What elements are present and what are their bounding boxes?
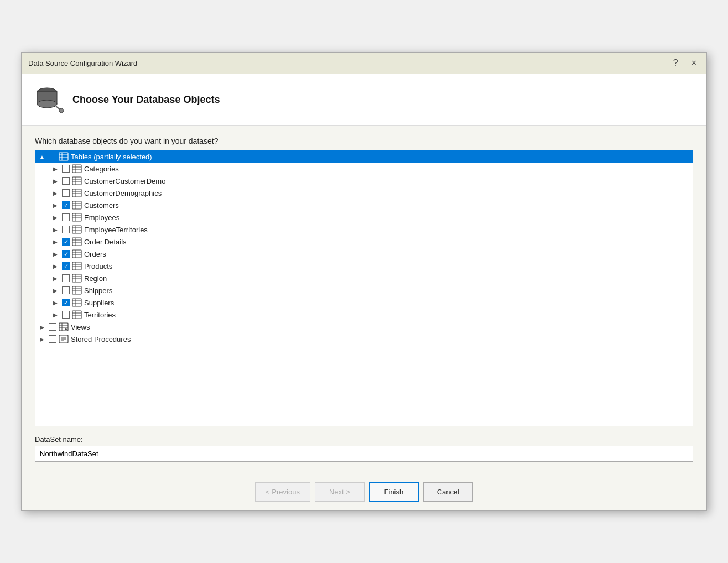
svg-rect-37: [72, 250, 81, 258]
item-label-storedprocedures: Stored Procedures: [71, 335, 131, 343]
dataset-label: DataSet name:: [35, 435, 693, 444]
dialog-window: Data Source Configuration Wizard ? × Cho…: [21, 52, 707, 511]
title-bar: Data Source Configuration Wizard ? ×: [22, 53, 706, 74]
type-icon-customerdemographics: [72, 189, 82, 197]
expander-customers[interactable]: ▶: [51, 201, 60, 210]
type-icon-employeeterritories: [72, 225, 82, 234]
svg-rect-17: [72, 189, 81, 197]
previous-button[interactable]: < Previous: [255, 482, 310, 502]
checkbox-suppliers[interactable]: ✓: [62, 299, 70, 306]
svg-rect-5: [59, 153, 68, 160]
item-label-employeeterritories: EmployeeTerritories: [84, 226, 148, 234]
tree-item-tables[interactable]: ▲− Tables (partially selected): [35, 150, 693, 163]
next-button[interactable]: Next >: [315, 482, 365, 502]
checkbox-region[interactable]: [62, 274, 70, 282]
svg-rect-41: [72, 262, 81, 270]
expander-shippers[interactable]: ▶: [51, 286, 60, 295]
tree-item-storedprocedures[interactable]: ▶ Stored Procedures: [35, 333, 693, 345]
item-label-customercustomerdemo: CustomerCustomerDemo: [84, 177, 165, 185]
checkbox-customerdemographics[interactable]: [62, 189, 70, 197]
dialog-title: Data Source Configuration Wizard: [28, 59, 137, 67]
tree-item-categories[interactable]: ▶ Categories: [35, 163, 693, 175]
checkbox-customercustomerdemo[interactable]: [62, 177, 70, 185]
expander-views[interactable]: ▶: [38, 322, 46, 331]
expander-orderdetails[interactable]: ▶: [51, 237, 60, 246]
svg-rect-57: [72, 311, 81, 319]
cancel-button[interactable]: Cancel: [423, 482, 473, 502]
svg-rect-53: [72, 299, 81, 306]
svg-rect-13: [72, 177, 81, 185]
expander-suppliers[interactable]: ▶: [51, 298, 60, 307]
checkbox-orderdetails[interactable]: ✓: [62, 238, 70, 246]
item-label-shippers: Shippers: [84, 286, 112, 295]
expander-region[interactable]: ▶: [51, 274, 60, 283]
header-area: Choose Your Database Objects: [22, 74, 706, 126]
tree-item-shippers[interactable]: ▶ Shippers: [35, 284, 693, 296]
database-icon: [35, 85, 64, 114]
type-icon-categories: [72, 164, 82, 173]
checkbox-shippers[interactable]: [62, 286, 70, 294]
checkbox-products[interactable]: ✓: [62, 262, 70, 270]
tree-container[interactable]: ▲− Tables (partially selected)▶ Categori…: [35, 150, 693, 426]
expander-storedprocedures[interactable]: ▶: [38, 335, 46, 343]
type-icon-suppliers: [72, 298, 82, 307]
checkbox-territories[interactable]: [62, 311, 70, 319]
checkbox-storedprocedures[interactable]: [49, 335, 56, 343]
expander-orders[interactable]: ▶: [51, 249, 60, 258]
type-icon-views: [59, 322, 69, 331]
checkbox-employees[interactable]: [62, 213, 70, 221]
tree-item-employees[interactable]: ▶ Employees: [35, 211, 693, 223]
svg-rect-49: [72, 286, 81, 294]
tree-item-suppliers[interactable]: ▶✓ Suppliers: [35, 296, 693, 309]
type-icon-territories: [72, 310, 82, 319]
svg-point-65: [65, 328, 67, 330]
tree-item-employeeterritories[interactable]: ▶ EmployeeTerritories: [35, 223, 693, 236]
expander-territories[interactable]: ▶: [51, 310, 60, 319]
tree-item-region[interactable]: ▶ Region: [35, 272, 693, 284]
tree-item-customercustomerdemo[interactable]: ▶ CustomerCustomerDemo: [35, 175, 693, 187]
item-label-tables: Tables (partially selected): [71, 153, 152, 161]
tree-item-territories[interactable]: ▶ Territories: [35, 309, 693, 321]
help-button[interactable]: ?: [670, 57, 682, 69]
expander-tables[interactable]: ▲: [38, 152, 46, 161]
dataset-section: DataSet name:: [35, 435, 693, 462]
tree-item-customers[interactable]: ▶✓ Customers: [35, 199, 693, 211]
checkbox-customers[interactable]: ✓: [62, 201, 70, 209]
type-icon-tables: [59, 152, 69, 161]
svg-rect-9: [72, 165, 81, 173]
tree-item-orderdetails[interactable]: ▶✓ Order Details: [35, 236, 693, 248]
close-button[interactable]: ×: [688, 57, 700, 69]
expander-customerdemographics[interactable]: ▶: [51, 189, 60, 197]
finish-button[interactable]: Finish: [369, 482, 419, 502]
checkbox-categories[interactable]: [62, 165, 70, 173]
checkbox-views[interactable]: [49, 323, 56, 331]
item-label-orders: Orders: [84, 250, 106, 258]
type-icon-products: [72, 262, 82, 270]
tree-item-customerdemographics[interactable]: ▶ CustomerDemographics: [35, 187, 693, 199]
header-title: Choose Your Database Objects: [72, 94, 220, 106]
type-icon-shippers: [72, 286, 82, 295]
type-icon-storedprocedures: [59, 335, 69, 343]
checkbox-employeeterritories[interactable]: [62, 226, 70, 233]
expander-employees[interactable]: ▶: [51, 213, 60, 222]
expander-categories[interactable]: ▶: [51, 164, 60, 173]
dataset-name-input[interactable]: [35, 446, 693, 462]
svg-point-4: [59, 108, 64, 113]
expander-employeeterritories[interactable]: ▶: [51, 225, 60, 234]
expander-products[interactable]: ▶: [51, 262, 60, 270]
tree-item-orders[interactable]: ▶✓ Orders: [35, 248, 693, 260]
item-label-region: Region: [84, 274, 107, 283]
tree-item-views[interactable]: ▶ Views: [35, 321, 693, 333]
footer: < Previous Next > Finish Cancel: [22, 473, 706, 510]
expander-customercustomerdemo[interactable]: ▶: [51, 176, 60, 185]
type-icon-region: [72, 274, 82, 283]
content-area: Which database objects do you want in yo…: [22, 126, 706, 473]
item-label-suppliers: Suppliers: [84, 299, 114, 307]
checkbox-orders[interactable]: ✓: [62, 250, 70, 258]
tree-item-products[interactable]: ▶✓ Products: [35, 260, 693, 272]
item-label-orderdetails: Order Details: [84, 238, 127, 246]
title-bar-controls: ? ×: [670, 57, 700, 69]
checkbox-tables[interactable]: −: [49, 153, 56, 160]
item-label-customerdemographics: CustomerDemographics: [84, 189, 162, 197]
item-label-customers: Customers: [84, 201, 119, 210]
